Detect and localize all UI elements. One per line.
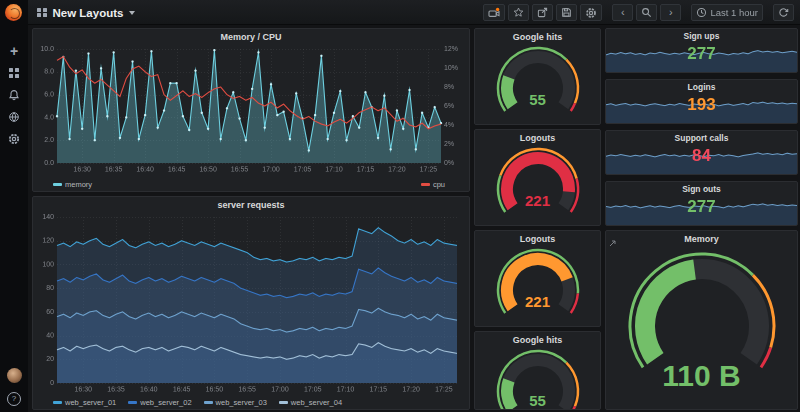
gauge-value: 110 B [606,359,797,393]
gauge-value: 221 [475,192,600,209]
star-button[interactable] [508,4,529,21]
panel-title[interactable]: Logouts [475,231,600,246]
server-requests-chart[interactable] [33,212,467,396]
panel-title[interactable]: Logouts [475,130,600,145]
user-avatar[interactable] [0,366,28,384]
legend-item[interactable]: web_server_04 [279,398,342,407]
panel-gauge-logouts-2: Logouts 221 [474,230,601,327]
gauge-value: 55 [475,392,600,409]
share-button[interactable] [532,4,553,21]
panel-stat-sign-ups: Sign ups 277 [605,28,798,73]
panel-stat-sign-outs: Sign outs 277 [605,181,798,226]
stat-value: 277 [606,44,797,64]
legend: memory cpu [53,180,445,189]
time-range-label: Last 1 hour [710,7,758,18]
grafana-logo-icon[interactable] [5,4,22,21]
panel-title[interactable]: Sign outs [606,182,797,195]
panel-stat-support-calls: Support calls 84 [605,130,798,175]
sidebar: + ? [0,0,28,412]
chevron-down-icon[interactable] [129,11,135,15]
gauge-value: 55 [475,91,600,108]
help-icon[interactable]: ? [0,390,28,408]
refresh-icon [778,7,789,18]
legend-item[interactable]: web_server_02 [128,398,191,407]
panel-gauge-memory: Memory 110 B [605,230,798,410]
legend-item[interactable]: web_server_03 [204,398,267,407]
explore-globe-icon[interactable] [0,108,28,126]
gauge[interactable] [478,246,598,324]
refresh-button[interactable] [773,4,794,21]
panel-title[interactable]: Logins [606,80,797,93]
dashboard-title[interactable]: New Layouts [53,7,124,19]
clock-icon [696,7,707,18]
chevron-right-icon: › [669,7,673,19]
panel-title[interactable]: Support calls [606,131,797,144]
stat-value: 277 [606,197,797,217]
alerting-bell-icon[interactable] [0,86,28,104]
gauge-value: 221 [475,293,600,310]
panel-server-requests: server requests web_server_01web_server_… [32,196,470,410]
top-navbar: New Layouts ‹ [28,0,800,25]
panel-title[interactable]: server requests [33,197,469,212]
time-forward-button[interactable]: › [660,4,681,21]
legend-item-cpu[interactable]: cpu [421,180,445,189]
panel-links-icon[interactable] [609,233,616,251]
dashboards-icon[interactable] [0,64,28,82]
zoom-out-button[interactable] [636,4,657,21]
dashboard-squares-icon [37,8,47,18]
create-icon[interactable]: + [0,42,28,60]
panel-gauge-google-hits: Google hits 55 [474,28,601,125]
dashboard-grid: Memory / CPU memory cpu server requests … [28,25,800,412]
time-back-button[interactable]: ‹ [612,4,633,21]
panel-title[interactable]: Google hits [475,29,600,44]
panel-title[interactable]: Google hits [475,332,600,347]
stat-value: 84 [606,146,797,166]
panel-title[interactable]: Memory [606,231,797,246]
panel-gauge-google-hits-2: Google hits 55 [474,331,601,410]
memory-cpu-chart[interactable] [33,44,467,176]
configuration-gear-icon[interactable] [0,130,28,148]
tv-mode-button[interactable] [483,4,505,21]
legend-item-memory[interactable]: memory [53,180,92,189]
settings-gear-button[interactable] [580,4,602,21]
chevron-left-icon: ‹ [621,7,625,19]
time-range-picker[interactable]: Last 1 hour [691,4,763,21]
panel-stat-logins: Logins 193 [605,79,798,124]
panel-title[interactable]: Sign ups [606,29,797,42]
panel-memory-cpu: Memory / CPU memory cpu [32,28,470,192]
gauge[interactable] [478,145,598,223]
gauge[interactable] [478,44,598,122]
legend-item[interactable]: web_server_01 [53,398,116,407]
panel-title[interactable]: Memory / CPU [33,29,469,44]
panel-gauge-logouts-1: Logouts 221 [474,129,601,226]
save-button[interactable] [556,4,577,21]
legend: web_server_01web_server_02web_server_03w… [53,398,445,407]
stat-value: 193 [606,95,797,115]
